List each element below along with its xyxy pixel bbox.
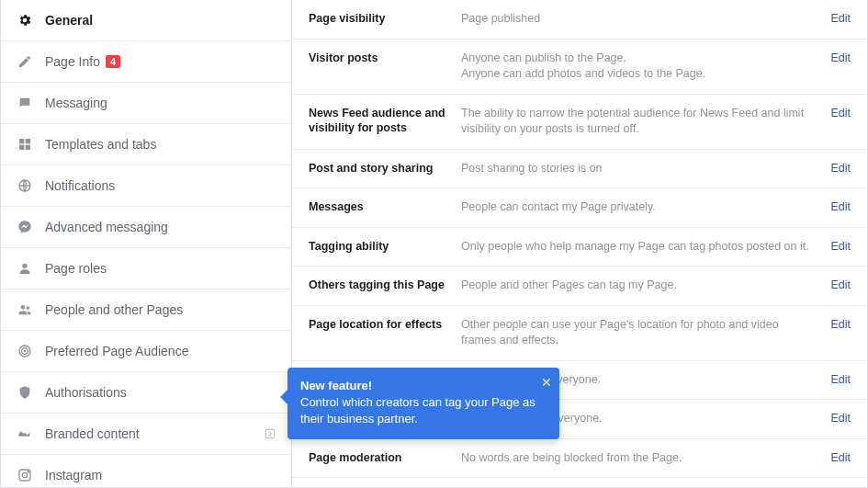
sidebar: GeneralPage Info4MessagingTemplates and …	[0, 0, 292, 488]
settings-row: MessagesPeople can contact my Page priva…	[292, 188, 867, 228]
sidebar-item-instagram[interactable]: Instagram	[1, 455, 291, 488]
setting-label: Post and story sharing	[309, 161, 461, 176]
setting-label: Tagging ability	[309, 239, 461, 255]
sidebar-item-label: Page Info	[45, 54, 100, 69]
target-icon	[16, 342, 34, 360]
shield-icon	[16, 383, 34, 402]
setting-label: Visitor posts	[309, 51, 461, 66]
sidebar-item-label: General	[45, 13, 93, 28]
svg-rect-0	[19, 139, 24, 143]
settings-row: Page location for effectsOther people ca…	[292, 306, 867, 361]
messenger-icon	[16, 218, 34, 236]
setting-label: Page moderation	[309, 450, 461, 466]
settings-row: Page moderationNo words are being blocke…	[292, 439, 867, 479]
setting-value: Post sharing to stories is on	[461, 161, 814, 177]
svg-point-5	[22, 264, 27, 268]
notification-badge: 4	[106, 55, 120, 68]
setting-value: Other people can use your Page's locatio…	[461, 317, 814, 349]
setting-value: People and other Pages can tag my Page.	[461, 278, 814, 294]
edit-link[interactable]: Edit	[830, 373, 851, 386]
sidebar-item-advanced-messaging[interactable]: Advanced messaging	[1, 207, 291, 248]
sidebar-item-authorisations[interactable]: Authorisations	[1, 372, 291, 414]
sidebar-item-page-roles[interactable]: Page roles	[1, 248, 291, 289]
settings-row: Page visibilityPage publishedEdit	[292, 0, 867, 40]
edit-link[interactable]: Edit	[830, 107, 851, 119]
sidebar-item-page-info[interactable]: Page Info4	[1, 41, 291, 83]
setting-label: Page location for effects	[309, 317, 461, 333]
edit-link[interactable]: Edit	[830, 162, 851, 175]
close-icon[interactable]: ✕	[541, 375, 552, 390]
edit-link[interactable]: Edit	[830, 278, 851, 291]
people-icon	[16, 301, 34, 319]
sidebar-item-general[interactable]: General	[1, 0, 291, 41]
svg-point-10	[24, 350, 25, 351]
svg-rect-1	[26, 139, 30, 143]
settings-row: Profanity filterTurned offEdit	[292, 478, 867, 488]
edit-link[interactable]: Edit	[830, 240, 851, 253]
settings-row: Tagging abilityOnly people who help mana…	[292, 228, 867, 267]
sidebar-item-label: Page roles	[45, 261, 107, 276]
sidebar-item-label: Advanced messaging	[45, 220, 168, 234]
sidebar-item-branded-content[interactable]: Branded content	[1, 414, 291, 455]
settings-row: Others tagging this PagePeople and other…	[292, 267, 867, 306]
svg-point-7	[26, 306, 29, 310]
arrow-box-icon	[264, 427, 276, 440]
svg-point-13	[22, 472, 27, 477]
setting-label: Messages	[309, 199, 461, 215]
setting-label: Page visibility	[309, 11, 461, 27]
svg-point-6	[21, 305, 26, 310]
handshake-icon	[16, 425, 34, 443]
edit-link[interactable]: Edit	[830, 12, 851, 25]
svg-rect-2	[19, 145, 24, 150]
edit-link[interactable]: Edit	[830, 451, 851, 464]
setting-value: The ability to narrow the potential audi…	[461, 106, 814, 138]
sidebar-item-label: People and other Pages	[45, 302, 183, 317]
sidebar-item-label: Notifications	[45, 178, 115, 193]
sidebar-item-notifications[interactable]: Notifications	[1, 165, 291, 207]
setting-value: No words are being blocked from the Page…	[461, 450, 814, 467]
sidebar-item-messaging[interactable]: Messaging	[1, 83, 291, 124]
settings-row: Visitor postsAnyone can publish to the P…	[292, 40, 867, 95]
chat-icon	[16, 94, 34, 112]
person-icon	[16, 259, 34, 278]
setting-value: Only people who help manage my Page can …	[461, 239, 814, 255]
setting-value: Anyone can publish to the Page.Anyone ca…	[461, 51, 814, 83]
instagram-icon	[16, 466, 34, 484]
edit-link[interactable]: Edit	[830, 412, 851, 425]
settings-row: Post and story sharingPost sharing to st…	[292, 150, 867, 189]
setting-value: People can contact my Page privately.	[461, 199, 814, 216]
new-feature-tooltip: ✕ New feature! Control which creators ca…	[287, 368, 559, 439]
tooltip-title: New feature!	[300, 379, 547, 392]
globe-icon	[16, 176, 34, 195]
sidebar-item-label: Templates and tabs	[45, 137, 156, 152]
svg-rect-11	[265, 429, 274, 437]
svg-point-14	[28, 471, 28, 472]
edit-link[interactable]: Edit	[830, 318, 851, 331]
pencil-icon	[16, 52, 34, 71]
setting-label: News Feed audience and visibility for po…	[309, 106, 461, 137]
edit-link[interactable]: Edit	[830, 51, 851, 64]
setting-label: Others tagging this Page	[309, 278, 461, 293]
sidebar-item-label: Preferred Page Audience	[45, 344, 188, 358]
sidebar-item-label: Messaging	[45, 96, 107, 110]
sidebar-item-preferred-page-audience[interactable]: Preferred Page Audience	[1, 331, 291, 372]
tooltip-body: Control which creators can tag your Page…	[300, 394, 547, 426]
grid-icon	[16, 135, 34, 153]
sidebar-item-label: Instagram	[45, 468, 102, 482]
setting-value: Page published	[461, 11, 814, 28]
settings-row: News Feed audience and visibility for po…	[292, 95, 867, 150]
sidebar-item-label: Branded content	[45, 426, 140, 441]
sidebar-item-people-and-other-pages[interactable]: People and other Pages	[1, 289, 291, 331]
edit-link[interactable]: Edit	[830, 200, 851, 213]
sidebar-item-label: Authorisations	[45, 385, 127, 400]
gear-icon	[16, 11, 34, 29]
svg-rect-3	[26, 145, 30, 150]
sidebar-item-templates-and-tabs[interactable]: Templates and tabs	[1, 124, 291, 165]
